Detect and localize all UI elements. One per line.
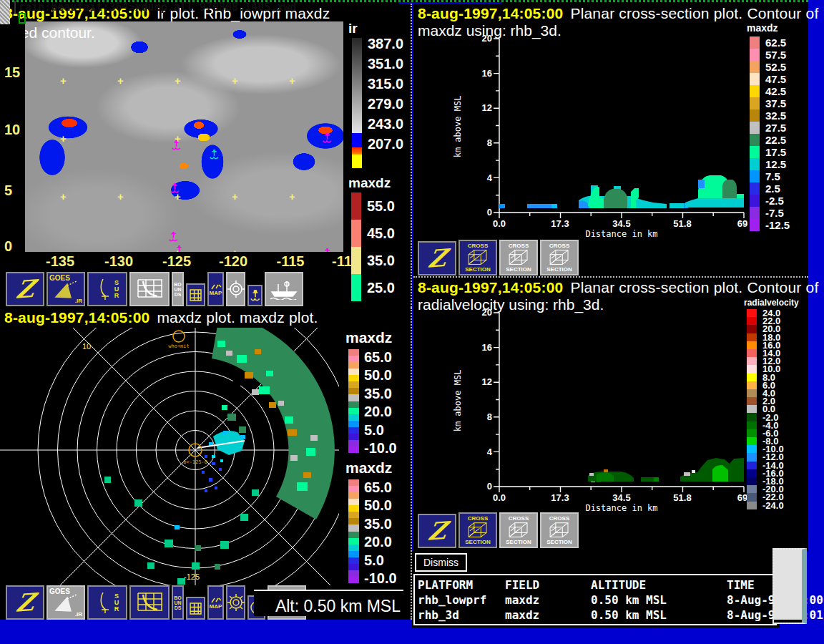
ir-x-tick: -130 (104, 253, 133, 270)
ir-satellite-window: 8-aug-1997,14:05:00ir plot. Rhb_lowprf m… (0, 4, 412, 308)
zebra-menu-button[interactable]: Z (418, 241, 456, 275)
ir-x-tick: -135 (46, 253, 74, 270)
xs2-title-text: Planar cross-section plot. Contour of (570, 279, 818, 296)
svg-text:8: 8 (487, 137, 492, 148)
colorbar-segment (348, 394, 359, 401)
svg-text:17.3: 17.3 (551, 492, 569, 503)
grid-plus-mark (289, 77, 297, 84)
colorbar-swatch (747, 374, 757, 381)
map-button[interactable]: MAP (207, 272, 224, 306)
surface-radar-button[interactable]: SUR (87, 272, 127, 306)
colorbar-swatch (750, 49, 760, 61)
maxdz-colorbar-label: maxdz (348, 175, 391, 191)
cross-label: CROSS (509, 243, 529, 249)
small-grid-button[interactable] (186, 283, 205, 306)
grid-radar-button[interactable] (129, 272, 170, 306)
colorbar-swatch (747, 485, 757, 493)
ir-x-tick: -115 (277, 253, 305, 270)
colorbar-segment (348, 545, 359, 551)
colorbar-value: 12.5 (765, 158, 786, 170)
cube-icon (506, 249, 531, 266)
colorbar-swatch (747, 493, 757, 501)
cross-section-button-2[interactable]: CROSS SECTION (499, 240, 538, 275)
colorbar-row: 47.5 (750, 73, 790, 85)
ir-toolbar: Z GOES .IR SUR BOUNDS MAP (6, 272, 303, 306)
ship-button[interactable] (265, 272, 303, 306)
zebra-menu-button[interactable]: Z (6, 272, 44, 306)
colorbar-row: -7.5 (750, 207, 790, 219)
colorbar-swatch (747, 397, 757, 405)
bounds-button[interactable]: BOUNDS (172, 272, 184, 306)
svg-text:51.8: 51.8 (673, 492, 691, 503)
colorbar-swatch (750, 61, 760, 73)
colorbar-swatch (747, 469, 757, 477)
svg-text:69: 69 (737, 218, 747, 229)
terminal-scrollbar[interactable] (0, 0, 10, 24)
ir-y-tick: 5 (4, 182, 12, 199)
colorbar-row: 32.5 (750, 109, 790, 122)
cross-section-button-1[interactable]: CROSS SECTION (458, 240, 497, 275)
ship-marker-icon (175, 245, 184, 252)
goes-ir-button[interactable]: GOES .IR (46, 585, 85, 620)
ir-colorbar-tick: 351.0 (368, 56, 403, 72)
svg-text:0: 0 (487, 207, 492, 218)
svg-text:0.0: 0.0 (493, 492, 506, 503)
target-rings-button[interactable] (226, 585, 245, 620)
ship-marker-icon (169, 231, 178, 242)
colorbar-value: 62.5 (765, 36, 786, 49)
grid-radar-button[interactable] (129, 585, 170, 620)
colorbar-segment (348, 577, 359, 583)
surface-radar-button[interactable]: SUR (87, 585, 127, 620)
colorbar-swatch (747, 477, 757, 485)
small-grid-button[interactable] (186, 597, 205, 620)
colorbar-segment (348, 381, 359, 388)
cross-section-button-1[interactable]: CROSS SECTION (458, 512, 497, 548)
ppi-radar-display[interactable]: who+mit b<-125-0 10 -125 (0, 328, 339, 585)
satellite-image[interactable]: filled contour. (25, 21, 343, 252)
terminal-prompt-line: rain:beaufait:364>xdump.all 970808.1405.… (14, 1, 296, 14)
status-window: Dismiss PLATFORM FIELD ALTITUDE TIME rhb… (412, 551, 780, 628)
buoy-icon (250, 290, 260, 301)
colorbar-row: 22.5 (750, 134, 790, 146)
colorbar-swatch (750, 146, 760, 158)
zebra-menu-button[interactable]: Z (6, 585, 44, 620)
target-rings-button[interactable] (226, 272, 245, 306)
svg-text:km above MSL: km above MSL (453, 370, 463, 432)
cross-section-button-3[interactable]: CROSS SECTION (540, 512, 579, 548)
cross-section-button-2[interactable]: CROSS SECTION (499, 512, 538, 548)
cube-icon (547, 522, 572, 539)
col-altitude: ALTITUDE (591, 577, 727, 592)
radialvelocity-cross-section-plot[interactable]: 0 4 8 12 16 20 0.0 17.3 34.5 51.8 69 Dis… (451, 308, 761, 514)
grid-plus-mark (60, 77, 68, 84)
ir-colorbar-tick: 315.0 (368, 76, 403, 92)
ir-colorbar-tick: 207.0 (368, 136, 403, 152)
colorbar-swatch (747, 357, 757, 365)
ir-y-tick: 15 (4, 64, 20, 81)
colorbar-value: 22.5 (765, 134, 786, 146)
colorbar-value: -12.5 (765, 219, 790, 231)
colorbar-value: 45.0 (367, 225, 395, 242)
colorbar-swatch (747, 325, 757, 333)
ppi-colorbar1-label: maxdz (345, 329, 392, 346)
maxdz-cross-section-plot[interactable]: 0 4 8 12 16 20 0.0 17.3 34.5 51.8 69 Dis… (451, 34, 761, 240)
colorbar-swatch (747, 462, 757, 469)
zebra-menu-button[interactable]: Z (418, 514, 456, 548)
bounds-button[interactable]: BOUNDS (172, 585, 184, 620)
colorbar-value: 7.5 (765, 170, 780, 182)
colorbar-row: 7.5 (750, 170, 790, 182)
colorbar-swatch (747, 309, 757, 317)
dismiss-button[interactable]: Dismiss (415, 553, 467, 572)
colorbar-swatch (747, 317, 757, 325)
colorbar-value: 25.0 (367, 280, 395, 296)
goes-ir-button[interactable]: GOES .IR (46, 272, 85, 306)
cross-section-button-3[interactable]: CROSS SECTION (540, 240, 579, 275)
svg-text:0: 0 (487, 481, 492, 492)
bounds-label: BOUNDS (173, 595, 182, 610)
colorbar-swatch (750, 122, 760, 134)
colorbar-swatch (747, 413, 757, 421)
ppi-colorbar2: 65.050.035.020.05.0-10.0 (348, 479, 397, 587)
buoy-button[interactable] (247, 285, 263, 306)
map-button[interactable]: MAP (207, 585, 224, 620)
grid-plus-mark (232, 192, 240, 200)
colorbar-segment (348, 479, 359, 486)
